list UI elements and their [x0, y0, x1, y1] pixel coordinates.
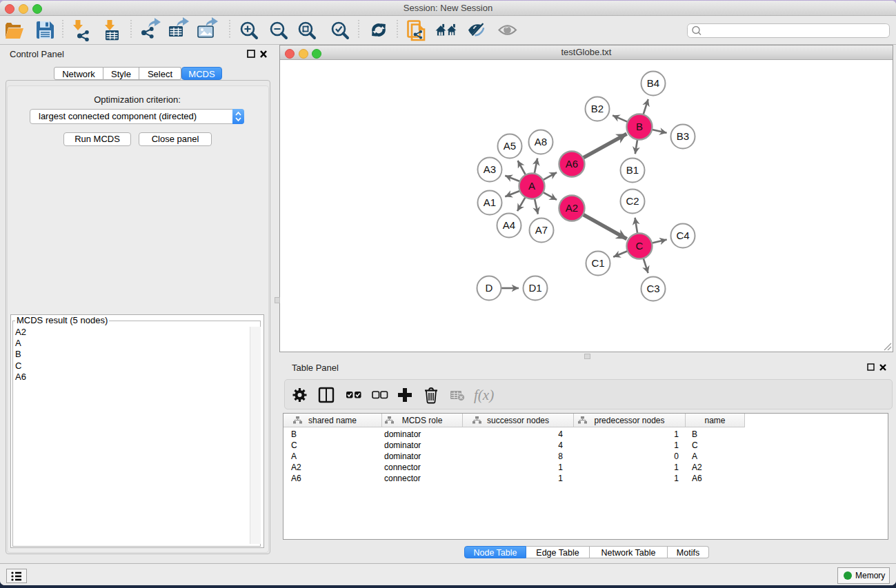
- svg-text:C2: C2: [626, 195, 639, 207]
- svg-text:B1: B1: [626, 164, 639, 176]
- svg-text:A2: A2: [566, 202, 578, 214]
- svg-text:B2: B2: [591, 103, 604, 114]
- svg-text:f(x): f(x): [474, 387, 494, 403]
- svg-text:C4: C4: [676, 230, 689, 241]
- svg-text:D: D: [486, 282, 493, 294]
- svg-text:C: C: [636, 240, 644, 252]
- svg-text:B: B: [636, 121, 643, 132]
- svg-text:C1: C1: [591, 257, 604, 269]
- svg-text:A6: A6: [566, 158, 578, 170]
- svg-text:C3: C3: [646, 283, 659, 294]
- svg-text:A3: A3: [484, 163, 496, 175]
- svg-text:A1: A1: [484, 196, 496, 208]
- svg-text:A5: A5: [504, 140, 516, 152]
- svg-text:B3: B3: [677, 130, 689, 142]
- svg-text:A8: A8: [535, 136, 547, 148]
- svg-text:A: A: [528, 180, 535, 192]
- svg-text:A7: A7: [535, 224, 548, 236]
- svg-text:B4: B4: [647, 77, 659, 89]
- svg-text:A4: A4: [503, 219, 515, 231]
- svg-text:D1: D1: [528, 282, 541, 294]
